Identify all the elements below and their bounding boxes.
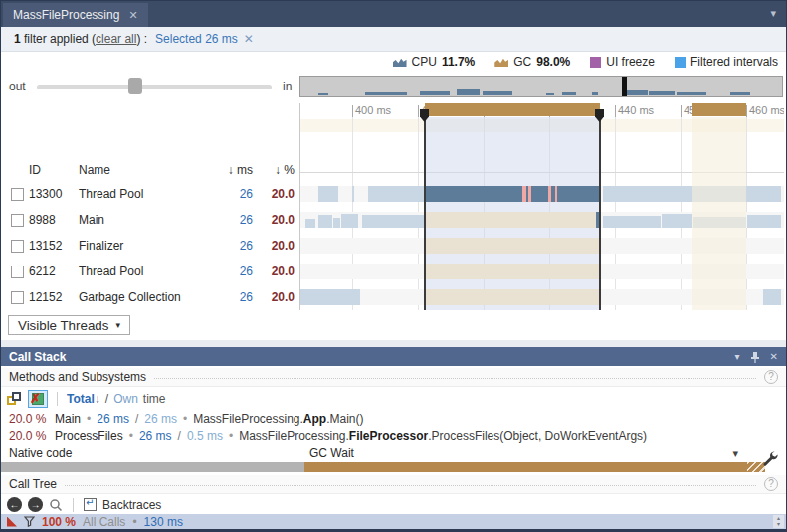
state-dropdown-icon[interactable]: ▾ bbox=[732, 447, 738, 460]
method-row[interactable]: 20.0 %Main•26 ms/26 ms•MassFileProcessin… bbox=[1, 410, 786, 427]
sort-total-button[interactable]: Total↓ bbox=[67, 392, 100, 406]
legend-value: 11.7% bbox=[442, 55, 475, 69]
method-row-part: / bbox=[135, 412, 138, 426]
thread-selected-activity bbox=[425, 264, 600, 279]
col-ms[interactable]: ↓ ms bbox=[213, 163, 253, 177]
methods-section-header[interactable]: Methods and Subsystems ? bbox=[1, 368, 786, 387]
thread-activity-bar bbox=[318, 215, 332, 228]
thread-checkbox[interactable] bbox=[11, 214, 24, 227]
sort-own-button[interactable]: Own bbox=[113, 392, 138, 406]
dotted-leader bbox=[65, 485, 756, 486]
back-icon[interactable]: ← bbox=[7, 497, 22, 512]
help-icon[interactable]: ? bbox=[764, 477, 778, 491]
backtraces-button[interactable]: Backtraces bbox=[102, 498, 161, 512]
native-code-label: Native code bbox=[9, 446, 72, 460]
thread-selected-activity bbox=[425, 238, 600, 254]
ruler-tick-label: 460 ms bbox=[749, 104, 784, 116]
thread-row[interactable]: 8988Main2620.0 bbox=[1, 209, 299, 235]
toolbar-separator bbox=[57, 392, 58, 406]
selection-left-border[interactable] bbox=[424, 110, 426, 310]
forward-icon[interactable]: → bbox=[28, 497, 43, 512]
settings-wrench-icon[interactable] bbox=[762, 450, 778, 466]
cpu-overview-bump bbox=[483, 91, 512, 95]
selection-right-border[interactable] bbox=[599, 110, 601, 310]
tab-close-icon[interactable]: ✕ bbox=[128, 9, 137, 22]
cpu-overview-bump bbox=[626, 90, 648, 95]
thread-activity-bar bbox=[333, 218, 340, 228]
thread-ms-value: 26 bbox=[213, 290, 253, 304]
cpu-overview-bump bbox=[730, 92, 750, 95]
close-icon[interactable]: ✕ bbox=[770, 351, 778, 362]
tab-list-dropdown-icon[interactable]: ▾ bbox=[770, 7, 776, 20]
filter-remove-icon[interactable]: ✕ bbox=[244, 32, 254, 46]
thread-selected-activity bbox=[425, 186, 600, 202]
filter-after-link: ) : bbox=[136, 32, 147, 46]
methods-toolbar: ✗ Total↓ / Own time bbox=[1, 389, 786, 409]
gc-legend-icon bbox=[494, 57, 508, 67]
thread-activity-bar bbox=[318, 186, 338, 202]
legend-item-cpu: CPU11.7% bbox=[393, 55, 476, 69]
legend-value: 98.0% bbox=[536, 55, 570, 69]
timeline-overview-strip[interactable] bbox=[299, 76, 783, 97]
toolbar-separator bbox=[73, 498, 74, 512]
thread-row[interactable]: 13152Finalizer2620.0 bbox=[1, 235, 299, 261]
thread-activity-bar bbox=[305, 219, 315, 228]
thread-ms-value: 26 bbox=[213, 265, 253, 278]
method-row-part: / bbox=[178, 429, 181, 443]
legend-item-filtered-intervals: Filtered intervals bbox=[675, 55, 778, 69]
col-pct[interactable]: ↓ % bbox=[253, 163, 295, 177]
col-name[interactable]: Name bbox=[79, 163, 110, 177]
visible-threads-button[interactable]: Visible Threads ▾ bbox=[8, 315, 130, 335]
thread-checkbox[interactable] bbox=[11, 291, 24, 304]
cpu-overview-bump bbox=[562, 92, 576, 95]
tab-massfileprocessing[interactable]: MassFileProcessing ✕ bbox=[3, 3, 148, 27]
horizontal-splitter[interactable] bbox=[1, 340, 786, 347]
tab-title: MassFileProcessing bbox=[13, 8, 119, 22]
thread-checkbox[interactable] bbox=[11, 266, 24, 278]
overview-selection-marker[interactable] bbox=[622, 77, 627, 96]
thread-row[interactable]: 6212Thread Pool2620.0 bbox=[1, 261, 299, 286]
ruler-tick bbox=[746, 105, 747, 117]
method-row-part: 26 ms bbox=[139, 429, 172, 443]
ruler-tick bbox=[418, 105, 419, 117]
panel-menu-icon[interactable]: ▾ bbox=[735, 351, 740, 362]
method-row-part: • bbox=[87, 412, 91, 426]
hot-path-triangle-icon bbox=[7, 517, 17, 527]
zoom-slider-handle[interactable] bbox=[128, 78, 142, 94]
method-signature: MassFileProcessing.App.Main() bbox=[193, 412, 363, 426]
col-id[interactable]: ID bbox=[29, 163, 41, 177]
timeline-chart[interactable]: 400 ms410 ms420 ms430 ms440 ms450 ms460 … bbox=[299, 103, 784, 310]
cpu-overview-bump bbox=[457, 89, 480, 95]
call-tree-title: Call Tree bbox=[9, 477, 57, 491]
method-row-part: • bbox=[129, 429, 133, 443]
help-icon[interactable]: ? bbox=[764, 370, 778, 384]
ui-freeze-legend-icon bbox=[590, 57, 601, 68]
backtraces-icon bbox=[84, 498, 97, 511]
method-row-part: Main bbox=[55, 412, 81, 426]
call-stack-panel-header[interactable]: Call Stack ▾ ✕ bbox=[1, 347, 786, 366]
thread-row[interactable]: 12152Garbage Collection2620.0 bbox=[1, 286, 299, 312]
thread-checkbox[interactable] bbox=[11, 240, 24, 253]
ruler-tick bbox=[352, 105, 353, 117]
thread-row[interactable]: 13300Thread Pool2620.0 bbox=[1, 183, 299, 209]
search-icon[interactable] bbox=[49, 498, 63, 512]
thread-activity-bar bbox=[747, 215, 781, 228]
ui-freeze-stripe bbox=[522, 186, 526, 202]
call-tree-section-header[interactable]: Call Tree ? bbox=[1, 475, 786, 494]
ruler-tick bbox=[681, 105, 682, 117]
call-tree-selected-row[interactable]: 100 % All Calls • 130 ms bbox=[1, 514, 786, 529]
swap-view-icon[interactable] bbox=[7, 392, 23, 407]
legend-label: CPU bbox=[412, 55, 437, 69]
pin-icon[interactable] bbox=[750, 351, 760, 363]
filter-bar: 1 filter applied (clear all) : Selected … bbox=[1, 27, 786, 52]
legend: CPU11.7%GC98.0%UI freezeFiltered interva… bbox=[1, 52, 786, 72]
method-row[interactable]: 20.0 %ProcessFiles•26 ms/0.5 ms•MassFile… bbox=[1, 427, 786, 443]
row-spinner-control[interactable]: ▴▾ bbox=[773, 515, 784, 528]
export-excel-icon[interactable]: ✗ bbox=[28, 390, 48, 408]
zoom-in-label: in bbox=[283, 80, 292, 93]
zoom-slider-track[interactable] bbox=[37, 85, 272, 89]
clear-all-link[interactable]: clear all bbox=[96, 32, 136, 46]
thread-pct-value: 20.0 bbox=[253, 187, 295, 201]
thread-state-bar[interactable] bbox=[1, 462, 780, 472]
thread-checkbox[interactable] bbox=[11, 188, 24, 201]
